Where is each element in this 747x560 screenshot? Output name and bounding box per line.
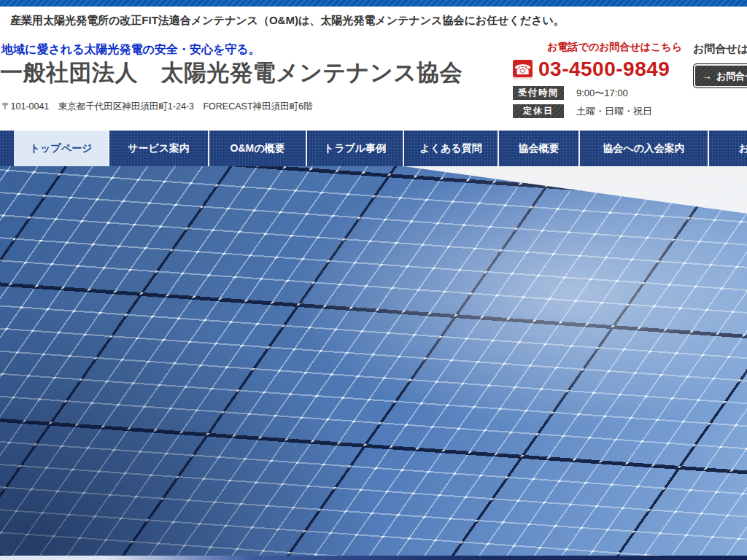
phone-row: ☎ 03-4500-9849 bbox=[513, 58, 682, 81]
solar-panels-graphic bbox=[0, 166, 747, 560]
nav-item-top-page[interactable]: トップページ bbox=[14, 131, 108, 166]
nav-list: トップページ サービス案内 O&Mの概要 トラブル事例 よくある質問 協会概要 … bbox=[0, 131, 747, 166]
nav-item-services[interactable]: サービス案内 bbox=[108, 131, 208, 166]
contact-block: お問合せはこちら →お問合せ bbox=[693, 42, 747, 88]
page: 産業用太陽光発電所の改正FIT法適合メンテナンス（O&M)は、太陽光発電メンテナ… bbox=[0, 0, 747, 560]
closed-row: 定休日 土曜・日曜・祝日 bbox=[513, 104, 682, 118]
nav-item-contact[interactable]: お問合せ bbox=[708, 131, 747, 166]
notice-text: 産業用太陽光発電所の改正FIT法適合メンテナンス（O&M)は、太陽光発電メンテナ… bbox=[10, 14, 565, 26]
nav-item-om-overview[interactable]: O&Mの概要 bbox=[208, 131, 306, 166]
contact-button[interactable]: →お問合せ bbox=[693, 63, 747, 88]
site-title: 一般社団法人 太陽光発電メンテナンス協会 bbox=[0, 58, 462, 88]
hours-value: 9:00〜17:00 bbox=[576, 87, 628, 100]
hero-image bbox=[0, 166, 747, 560]
site-header: 地域に愛される太陽光発電の安全・安心を守る。 一般社団法人 太陽光発電メンテナン… bbox=[0, 34, 747, 131]
site-address: 〒101-0041 東京都千代田区神田須田町1-24-3 FORECAST神田須… bbox=[1, 101, 312, 113]
main-nav: トップページ サービス案内 O&Mの概要 トラブル事例 よくある質問 協会概要 … bbox=[0, 131, 747, 166]
site-tagline: 地域に愛される太陽光発電の安全・安心を守る。 bbox=[1, 42, 260, 58]
hours-label: 受付時間 bbox=[513, 86, 564, 100]
phone-contact-block: お電話でのお問合せはこちら ☎ 03-4500-9849 受付時間 9:00〜1… bbox=[513, 41, 682, 118]
closed-label: 定休日 bbox=[513, 104, 564, 118]
nav-item-faq[interactable]: よくある質問 bbox=[403, 131, 498, 166]
nav-item-trouble-cases[interactable]: トラブル事例 bbox=[306, 131, 403, 166]
contact-button-label: お問合せ bbox=[716, 71, 747, 82]
notice-bar: 産業用太陽光発電所の改正FIT法適合メンテナンス（O&M)は、太陽光発電メンテナ… bbox=[0, 7, 747, 34]
phone-icon: ☎ bbox=[513, 60, 533, 79]
hero-bottom-edge bbox=[0, 556, 747, 560]
arrow-right-icon: → bbox=[702, 70, 712, 82]
phone-number: 03-4500-9849 bbox=[538, 58, 670, 81]
top-accent-bar bbox=[0, 0, 747, 7]
nav-item-about[interactable]: 協会概要 bbox=[498, 131, 578, 166]
nav-item-membership[interactable]: 協会への入会案内 bbox=[578, 131, 708, 166]
phone-lead-text: お電話でのお問合せはこちら bbox=[513, 41, 682, 54]
hours-row: 受付時間 9:00〜17:00 bbox=[513, 86, 682, 100]
closed-value: 土曜・日曜・祝日 bbox=[576, 105, 652, 118]
contact-lead-text: お問合せはこちら bbox=[693, 42, 747, 56]
